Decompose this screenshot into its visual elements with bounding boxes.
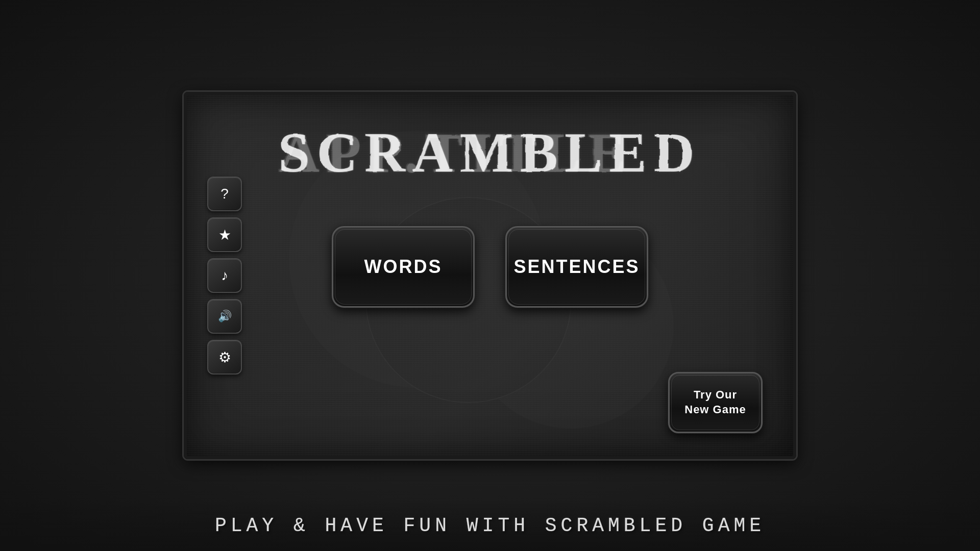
tagline-bar: PLAY & HAVE FUN WITH SCRAMBLED GAME	[0, 500, 980, 551]
sidebar: ? ★ ♪ 🔊 ⚙	[207, 177, 242, 374]
tagline-text: PLAY & HAVE FUN WITH SCRAMBLED GAME	[215, 515, 765, 537]
gear-icon: ⚙	[218, 349, 231, 366]
question-icon: ?	[220, 186, 229, 202]
game-mode-buttons: WORDS SENTENCES	[332, 226, 648, 308]
chalkboard-content: SCRAMBLED ? ★ ♪ 🔊 ⚙	[187, 95, 793, 456]
app-background: SCRAMBLED ? ★ ♪ 🔊 ⚙	[0, 0, 980, 551]
sound-button[interactable]: 🔊	[207, 299, 242, 334]
words-button[interactable]: WORDS	[332, 226, 475, 308]
music-icon: ♪	[221, 267, 228, 284]
settings-button[interactable]: ⚙	[207, 340, 242, 374]
game-title: SCRAMBLED	[279, 120, 702, 185]
star-icon: ★	[218, 227, 231, 243]
try-game-line1: Try Our	[694, 388, 737, 403]
sentences-button[interactable]: SENTENCES	[505, 226, 648, 308]
help-button[interactable]: ?	[207, 177, 242, 211]
favorites-button[interactable]: ★	[207, 217, 242, 252]
sound-icon: 🔊	[218, 310, 232, 323]
music-button[interactable]: ♪	[207, 258, 242, 293]
chalkboard: SCRAMBLED ? ★ ♪ 🔊 ⚙	[184, 92, 796, 459]
try-new-game-button[interactable]: Try Our New Game	[668, 372, 763, 433]
try-game-line2: New Game	[684, 403, 746, 417]
